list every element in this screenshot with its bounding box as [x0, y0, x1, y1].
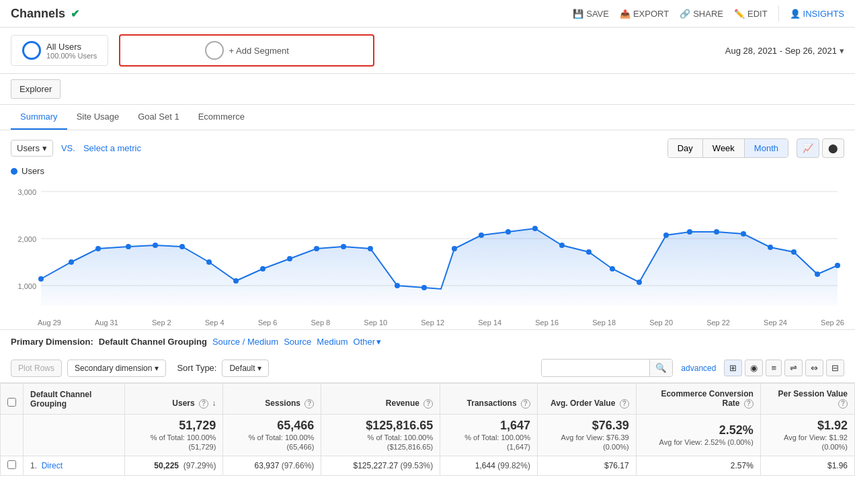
- select-all-header: [1, 384, 24, 415]
- svg-point-29: [637, 280, 642, 285]
- users-info-icon[interactable]: ?: [199, 399, 208, 409]
- x-label: Aug 31: [95, 319, 118, 327]
- svg-point-34: [768, 245, 773, 250]
- export-icon: 📤: [620, 9, 630, 19]
- totals-sessions-sub: % of Total: 100.00% (65,466): [249, 433, 315, 451]
- revenue-info-icon[interactable]: ?: [423, 399, 433, 409]
- chart-area: Users 3,000 2,000 1,000: [0, 166, 855, 329]
- other-dropdown[interactable]: Other ▾: [354, 337, 382, 347]
- search-input[interactable]: [542, 360, 649, 376]
- pie-view-button[interactable]: ◉: [745, 360, 763, 376]
- search-button[interactable]: 🔍: [649, 360, 672, 376]
- row-checkbox[interactable]: [7, 460, 16, 469]
- avg-order-header[interactable]: Avg. Order Value ?: [537, 384, 636, 415]
- x-label: Sep 4: [205, 319, 225, 327]
- row-sessions-value: 63,937: [255, 461, 280, 470]
- export-label: EXPORT: [633, 9, 669, 19]
- secondary-dim-label: Secondary dimension: [75, 364, 152, 373]
- date-range-picker[interactable]: Aug 28, 2021 - Sep 26, 2021 ▾: [725, 46, 844, 56]
- row-channel-cell: 1. Direct: [24, 456, 125, 476]
- users-header[interactable]: Users ? ↓: [125, 384, 223, 415]
- per-session-header[interactable]: Per Session Value ?: [760, 384, 854, 415]
- svg-point-16: [287, 256, 292, 261]
- row-users-cell: 50,225 (97.29%): [125, 456, 223, 476]
- totals-transactions-sub: % of Total: 100.00% (1,647): [464, 433, 530, 451]
- svg-point-15: [260, 266, 266, 271]
- tab-site-usage[interactable]: Site Usage: [67, 105, 129, 130]
- advanced-link[interactable]: advanced: [681, 364, 716, 373]
- source-medium-link[interactable]: Source / Medium: [212, 337, 278, 347]
- svg-point-32: [714, 229, 719, 235]
- chart-controls: Users ▾ VS. Select a metric Day Week Mon…: [0, 130, 855, 166]
- avg-order-info-icon[interactable]: ?: [620, 399, 629, 409]
- line-chart-icon[interactable]: 📈: [797, 138, 819, 158]
- svg-point-23: [479, 233, 484, 238]
- row-avg-order-cell: $76.17: [537, 456, 636, 476]
- metric-dropdown[interactable]: Users ▾: [11, 140, 53, 157]
- row-users-value: 50,225: [154, 461, 179, 470]
- revenue-header[interactable]: Revenue ?: [321, 384, 440, 415]
- week-button[interactable]: Week: [703, 139, 745, 157]
- day-button[interactable]: Day: [668, 139, 703, 157]
- x-label: Sep 18: [592, 319, 616, 327]
- totals-per-session-cell: $1.92 Avg for View: $1.92 (0.00%): [760, 415, 854, 456]
- grid-view-button[interactable]: ⊞: [724, 360, 742, 376]
- x-label: Sep 22: [706, 319, 730, 327]
- per-session-info-icon[interactable]: ?: [838, 399, 848, 409]
- totals-conversion-sub: Avg for View: 2.52% (0.00%): [659, 438, 754, 446]
- transactions-info-icon[interactable]: ?: [521, 399, 530, 409]
- sessions-info-icon[interactable]: ?: [304, 399, 314, 409]
- totals-revenue-sub: % of Total: 100.00% ($125,816.65): [368, 433, 434, 451]
- metric-label: Users: [17, 143, 40, 153]
- tab-summary[interactable]: Summary: [11, 105, 67, 130]
- svg-point-19: [368, 246, 373, 251]
- svg-point-36: [815, 271, 820, 277]
- totals-avg-order-sub: Avg for View: $76.39 (0.00%): [561, 433, 629, 451]
- users-sort-icon[interactable]: ↓: [212, 398, 216, 408]
- edit-button[interactable]: ✏️ EDIT: [734, 9, 768, 19]
- pie-chart-icon[interactable]: ⬤: [822, 138, 844, 158]
- custom-view-button[interactable]: ⊟: [826, 360, 844, 376]
- svg-marker-6: [41, 228, 838, 306]
- add-segment-button[interactable]: + Add Segment: [119, 34, 374, 67]
- segment-bar: All Users 100.00% Users + Add Segment Au…: [0, 28, 855, 74]
- svg-point-9: [95, 246, 101, 251]
- export-button[interactable]: 📤 EXPORT: [620, 9, 669, 19]
- tab-goal-set[interactable]: Goal Set 1: [128, 105, 188, 130]
- bar-view-button[interactable]: ≡: [766, 360, 782, 376]
- x-axis: Aug 29 Aug 31 Sep 2 Sep 4 Sep 6 Sep 8 Se…: [11, 316, 844, 329]
- plot-rows-button[interactable]: Plot Rows: [11, 360, 62, 377]
- save-label: SAVE: [586, 9, 609, 19]
- svg-point-12: [179, 244, 185, 249]
- compare-view-button[interactable]: ⇔: [805, 360, 823, 376]
- insights-button[interactable]: 👤 INSIGHTS: [790, 9, 844, 19]
- svg-point-13: [206, 259, 212, 265]
- share-button[interactable]: 🔗 SHARE: [680, 9, 723, 19]
- sessions-header[interactable]: Sessions ?: [223, 384, 321, 415]
- select-all-checkbox[interactable]: [7, 398, 16, 407]
- all-users-segment[interactable]: All Users 100.00% Users: [11, 35, 108, 66]
- select-metric-link[interactable]: Select a metric: [83, 143, 141, 153]
- pivot-view-button[interactable]: ⇌: [784, 360, 803, 376]
- source-link[interactable]: Source: [284, 337, 311, 347]
- totals-sessions-cell: 65,466 % of Total: 100.00% (65,466): [223, 415, 321, 456]
- conversion-header[interactable]: Ecommerce Conversion Rate ?: [636, 384, 760, 415]
- transactions-header[interactable]: Transactions ?: [440, 384, 538, 415]
- conversion-info-icon[interactable]: ?: [744, 399, 754, 409]
- svg-point-31: [687, 229, 692, 235]
- explorer-tab[interactable]: Explorer: [11, 79, 60, 99]
- x-label: Aug 29: [38, 319, 61, 327]
- row-transactions-value: 1,644: [475, 461, 495, 470]
- svg-point-27: [586, 249, 592, 255]
- direct-link[interactable]: Direct: [42, 461, 63, 470]
- other-label: Other: [354, 337, 376, 347]
- medium-link[interactable]: Medium: [317, 337, 348, 347]
- row-users-pct: (97.29%): [181, 461, 216, 470]
- save-button[interactable]: 💾 SAVE: [573, 9, 609, 19]
- tab-ecommerce[interactable]: Ecommerce: [189, 105, 254, 130]
- secondary-dimension-dropdown[interactable]: Secondary dimension ▾: [67, 360, 166, 377]
- month-button[interactable]: Month: [745, 139, 788, 157]
- chevron-down-icon: ▾: [42, 143, 47, 153]
- sort-default-dropdown[interactable]: Default ▾: [222, 360, 269, 377]
- row-per-session-cell: $1.96: [760, 456, 854, 476]
